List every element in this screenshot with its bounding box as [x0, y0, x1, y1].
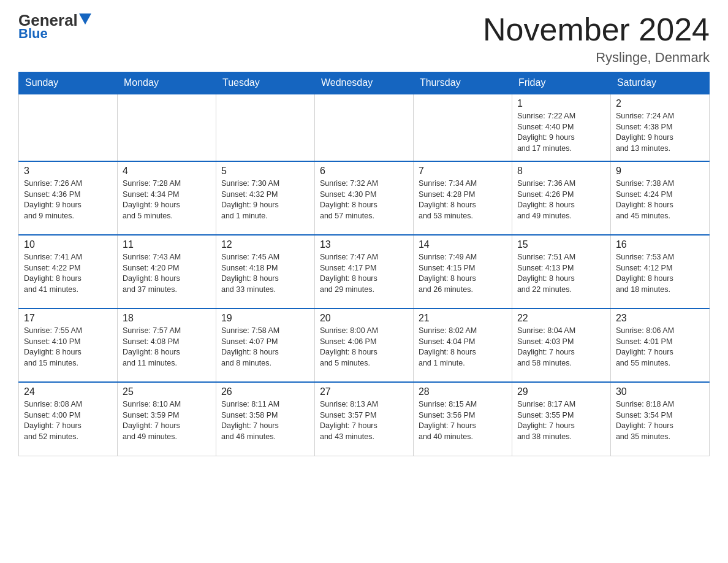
calendar-week-row: 3Sunrise: 7:26 AM Sunset: 4:36 PM Daylig…	[19, 161, 710, 235]
day-info: Sunrise: 7:26 AM Sunset: 4:36 PM Dayligh…	[24, 178, 112, 221]
day-number: 26	[221, 386, 309, 397]
calendar-week-row: 1Sunrise: 7:22 AM Sunset: 4:40 PM Daylig…	[19, 94, 710, 161]
calendar-cell: 18Sunrise: 7:57 AM Sunset: 4:08 PM Dayli…	[117, 308, 216, 382]
day-info: Sunrise: 7:28 AM Sunset: 4:34 PM Dayligh…	[123, 178, 211, 221]
day-info: Sunrise: 7:30 AM Sunset: 4:32 PM Dayligh…	[221, 178, 309, 221]
col-header-friday: Friday	[512, 72, 610, 94]
calendar-cell: 23Sunrise: 8:06 AM Sunset: 4:01 PM Dayli…	[610, 308, 709, 382]
day-number: 16	[616, 239, 704, 250]
day-info: Sunrise: 8:17 AM Sunset: 3:55 PM Dayligh…	[517, 399, 605, 442]
calendar-cell: 7Sunrise: 7:34 AM Sunset: 4:28 PM Daylig…	[413, 161, 512, 235]
day-number: 1	[517, 98, 605, 109]
calendar-cell: 27Sunrise: 8:13 AM Sunset: 3:57 PM Dayli…	[314, 382, 413, 456]
calendar-cell: 21Sunrise: 8:02 AM Sunset: 4:04 PM Dayli…	[413, 308, 512, 382]
day-info: Sunrise: 7:49 AM Sunset: 4:15 PM Dayligh…	[419, 252, 507, 295]
day-number: 4	[123, 166, 211, 177]
day-number: 5	[221, 166, 309, 177]
day-info: Sunrise: 7:58 AM Sunset: 4:07 PM Dayligh…	[221, 326, 309, 369]
calendar-week-row: 10Sunrise: 7:41 AM Sunset: 4:22 PM Dayli…	[19, 235, 710, 308]
day-info: Sunrise: 8:00 AM Sunset: 4:06 PM Dayligh…	[320, 326, 408, 369]
logo-blue: Blue	[18, 26, 48, 42]
day-info: Sunrise: 7:45 AM Sunset: 4:18 PM Dayligh…	[221, 252, 309, 295]
col-header-monday: Monday	[117, 72, 216, 94]
day-number: 20	[320, 313, 408, 324]
col-header-wednesday: Wednesday	[314, 72, 413, 94]
day-number: 27	[320, 386, 408, 397]
day-info: Sunrise: 8:08 AM Sunset: 4:00 PM Dayligh…	[24, 399, 112, 442]
day-info: Sunrise: 8:10 AM Sunset: 3:59 PM Dayligh…	[123, 399, 211, 442]
calendar-cell	[117, 94, 216, 161]
day-number: 17	[24, 313, 112, 324]
calendar-cell	[19, 94, 118, 161]
day-number: 7	[419, 166, 507, 177]
calendar-cell: 16Sunrise: 7:53 AM Sunset: 4:12 PM Dayli…	[610, 235, 709, 308]
day-info: Sunrise: 8:11 AM Sunset: 3:58 PM Dayligh…	[221, 399, 309, 442]
calendar-cell: 28Sunrise: 8:15 AM Sunset: 3:56 PM Dayli…	[413, 382, 512, 456]
calendar-cell	[216, 94, 314, 161]
day-number: 15	[517, 239, 605, 250]
day-info: Sunrise: 8:15 AM Sunset: 3:56 PM Dayligh…	[419, 399, 507, 442]
logo: General Blue	[18, 12, 91, 42]
svg-marker-0	[79, 13, 91, 25]
day-info: Sunrise: 7:32 AM Sunset: 4:30 PM Dayligh…	[320, 178, 408, 221]
calendar-cell: 14Sunrise: 7:49 AM Sunset: 4:15 PM Dayli…	[413, 235, 512, 308]
day-info: Sunrise: 7:36 AM Sunset: 4:26 PM Dayligh…	[517, 178, 605, 221]
calendar-cell: 8Sunrise: 7:36 AM Sunset: 4:26 PM Daylig…	[512, 161, 610, 235]
day-number: 30	[616, 386, 704, 397]
calendar-cell: 3Sunrise: 7:26 AM Sunset: 4:36 PM Daylig…	[19, 161, 118, 235]
day-number: 24	[24, 386, 112, 397]
page-header: General Blue November 2024 Ryslinge, Den…	[18, 12, 710, 66]
col-header-saturday: Saturday	[610, 72, 709, 94]
calendar-cell: 30Sunrise: 8:18 AM Sunset: 3:54 PM Dayli…	[610, 382, 709, 456]
calendar-cell: 12Sunrise: 7:45 AM Sunset: 4:18 PM Dayli…	[216, 235, 314, 308]
calendar-cell: 9Sunrise: 7:38 AM Sunset: 4:24 PM Daylig…	[610, 161, 709, 235]
calendar-cell: 29Sunrise: 8:17 AM Sunset: 3:55 PM Dayli…	[512, 382, 610, 456]
day-number: 9	[616, 166, 704, 177]
calendar-table: SundayMondayTuesdayWednesdayThursdayFrid…	[18, 72, 710, 456]
day-info: Sunrise: 8:18 AM Sunset: 3:54 PM Dayligh…	[616, 399, 704, 442]
month-title: November 2024	[483, 12, 710, 47]
calendar-header-row: SundayMondayTuesdayWednesdayThursdayFrid…	[19, 72, 710, 94]
day-info: Sunrise: 7:47 AM Sunset: 4:17 PM Dayligh…	[320, 252, 408, 295]
calendar-cell: 2Sunrise: 7:24 AM Sunset: 4:38 PM Daylig…	[610, 94, 709, 161]
calendar-cell: 22Sunrise: 8:04 AM Sunset: 4:03 PM Dayli…	[512, 308, 610, 382]
calendar-cell	[314, 94, 413, 161]
day-number: 18	[123, 313, 211, 324]
calendar-cell: 4Sunrise: 7:28 AM Sunset: 4:34 PM Daylig…	[117, 161, 216, 235]
calendar-cell: 5Sunrise: 7:30 AM Sunset: 4:32 PM Daylig…	[216, 161, 314, 235]
day-info: Sunrise: 7:55 AM Sunset: 4:10 PM Dayligh…	[24, 326, 112, 369]
day-info: Sunrise: 7:22 AM Sunset: 4:40 PM Dayligh…	[517, 111, 605, 154]
calendar-cell: 11Sunrise: 7:43 AM Sunset: 4:20 PM Dayli…	[117, 235, 216, 308]
day-info: Sunrise: 8:06 AM Sunset: 4:01 PM Dayligh…	[616, 326, 704, 369]
day-number: 29	[517, 386, 605, 397]
calendar-cell	[413, 94, 512, 161]
calendar-cell: 17Sunrise: 7:55 AM Sunset: 4:10 PM Dayli…	[19, 308, 118, 382]
calendar-cell: 10Sunrise: 7:41 AM Sunset: 4:22 PM Dayli…	[19, 235, 118, 308]
logo-arrow-icon	[79, 13, 91, 26]
day-number: 23	[616, 313, 704, 324]
day-number: 3	[24, 166, 112, 177]
calendar-cell: 13Sunrise: 7:47 AM Sunset: 4:17 PM Dayli…	[314, 235, 413, 308]
day-info: Sunrise: 7:53 AM Sunset: 4:12 PM Dayligh…	[616, 252, 704, 295]
location: Ryslinge, Denmark	[483, 50, 710, 66]
day-number: 13	[320, 239, 408, 250]
day-number: 12	[221, 239, 309, 250]
calendar-cell: 19Sunrise: 7:58 AM Sunset: 4:07 PM Dayli…	[216, 308, 314, 382]
col-header-sunday: Sunday	[19, 72, 118, 94]
title-block: November 2024 Ryslinge, Denmark	[483, 12, 710, 66]
day-info: Sunrise: 8:13 AM Sunset: 3:57 PM Dayligh…	[320, 399, 408, 442]
calendar-cell: 1Sunrise: 7:22 AM Sunset: 4:40 PM Daylig…	[512, 94, 610, 161]
day-info: Sunrise: 8:02 AM Sunset: 4:04 PM Dayligh…	[419, 326, 507, 369]
day-number: 6	[320, 166, 408, 177]
day-info: Sunrise: 8:04 AM Sunset: 4:03 PM Dayligh…	[517, 326, 605, 369]
calendar-week-row: 17Sunrise: 7:55 AM Sunset: 4:10 PM Dayli…	[19, 308, 710, 382]
calendar-cell: 24Sunrise: 8:08 AM Sunset: 4:00 PM Dayli…	[19, 382, 118, 456]
day-number: 28	[419, 386, 507, 397]
calendar-cell: 15Sunrise: 7:51 AM Sunset: 4:13 PM Dayli…	[512, 235, 610, 308]
day-info: Sunrise: 7:57 AM Sunset: 4:08 PM Dayligh…	[123, 326, 211, 369]
calendar-week-row: 24Sunrise: 8:08 AM Sunset: 4:00 PM Dayli…	[19, 382, 710, 456]
calendar-cell: 20Sunrise: 8:00 AM Sunset: 4:06 PM Dayli…	[314, 308, 413, 382]
calendar-cell: 6Sunrise: 7:32 AM Sunset: 4:30 PM Daylig…	[314, 161, 413, 235]
day-info: Sunrise: 7:41 AM Sunset: 4:22 PM Dayligh…	[24, 252, 112, 295]
day-number: 8	[517, 166, 605, 177]
